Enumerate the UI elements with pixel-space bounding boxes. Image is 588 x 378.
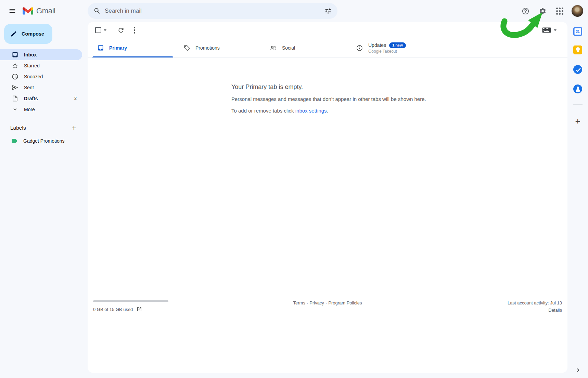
calendar-icon: 31 <box>573 27 582 36</box>
sidebar-item-inbox[interactable]: Inbox <box>0 49 82 60</box>
topbar-left: Gmail <box>5 0 55 22</box>
refresh-button[interactable] <box>114 23 128 37</box>
labels-header: Labels + <box>0 122 88 133</box>
social-people-icon <box>270 44 277 52</box>
promotions-tag-icon <box>183 44 190 51</box>
get-addons-button[interactable]: + <box>572 115 584 127</box>
help-button[interactable] <box>518 3 533 18</box>
hamburger-icon <box>9 7 16 15</box>
empty-state: Your Primary tab is empty. Personal mess… <box>231 83 426 114</box>
new-count-badge: 1 new <box>389 42 406 48</box>
select-all-control <box>94 26 108 35</box>
side-panel-divider <box>573 104 583 105</box>
collapse-panel-button[interactable] <box>572 365 583 376</box>
list-toolbar <box>88 22 567 38</box>
sidebar-item-label: Snoozed <box>24 74 43 79</box>
calendar-panel-button[interactable]: 31 <box>572 25 584 38</box>
inbox-settings-link[interactable]: inbox settings <box>295 108 327 114</box>
tasks-icon <box>573 65 582 74</box>
search-button[interactable] <box>90 3 105 18</box>
create-label-button[interactable]: + <box>68 122 79 133</box>
tune-icon <box>324 8 332 15</box>
top-bar: Gmail <box>0 0 588 22</box>
refresh-icon <box>117 27 125 34</box>
program-policies-link[interactable]: Program Policies <box>328 300 362 305</box>
search-bar <box>88 3 337 19</box>
keep-panel-button[interactable] <box>572 44 584 56</box>
search-icon <box>93 7 101 15</box>
compose-pencil-icon <box>10 30 17 37</box>
help-icon <box>522 7 529 15</box>
labels-title: Labels <box>10 125 26 131</box>
tasks-panel-button[interactable] <box>572 63 584 76</box>
gmail-wordmark: Gmail <box>36 6 55 15</box>
keep-icon <box>573 45 582 54</box>
search-input[interactable] <box>105 8 320 14</box>
sidebar-item-label: Inbox <box>24 52 37 57</box>
input-tools-dropdown-icon <box>554 29 557 31</box>
privacy-link[interactable]: Privacy <box>309 300 324 305</box>
keyboard-icon <box>542 27 551 33</box>
hamburger-menu-button[interactable] <box>5 3 20 18</box>
tab-subtitle: Google Takeout <box>368 49 406 54</box>
compose-label: Compose <box>22 31 44 37</box>
sidebar-item-label: More <box>24 107 35 112</box>
input-tools-button[interactable] <box>540 25 559 35</box>
select-dropdown-icon[interactable] <box>104 29 106 31</box>
contacts-panel-button[interactable] <box>572 83 584 95</box>
tab-primary[interactable]: Primary <box>90 38 177 57</box>
gmail-m-icon <box>23 7 33 15</box>
sidebar-item-sent[interactable]: Sent <box>0 82 82 93</box>
empty-state-title: Your Primary tab is empty. <box>231 83 426 91</box>
storage-usage-text: 0 GB of 15 GB used <box>93 307 133 312</box>
updates-info-icon <box>356 44 363 52</box>
footer-links: Terms·Privacy·Program Policies <box>88 300 567 305</box>
separator: · <box>307 300 308 305</box>
account-activity: Last account activity: Jul 13 Details <box>508 300 562 313</box>
account-avatar[interactable] <box>571 5 584 17</box>
send-icon <box>12 84 18 91</box>
tab-social[interactable]: Social <box>263 38 349 57</box>
mail-content-card: Primary Promotions Social Updates 1 new <box>88 22 567 373</box>
right-side-panel: 31 + <box>567 22 588 378</box>
select-all-checkbox[interactable] <box>95 27 101 33</box>
settings-button[interactable] <box>535 3 550 18</box>
apps-grid-icon <box>556 8 563 15</box>
terms-link[interactable]: Terms <box>293 300 305 305</box>
tab-updates[interactable]: Updates 1 new Google Takeout <box>349 38 435 57</box>
chevron-down-icon <box>12 106 18 113</box>
left-sidebar: Compose Inbox Starred Snoozed Sent <box>0 22 88 378</box>
sidebar-item-label: Drafts <box>24 96 38 101</box>
more-options-button[interactable] <box>128 23 141 37</box>
sidebar-label-gadget-promotions[interactable]: Gadget Promotions <box>0 135 82 146</box>
sidebar-item-count: 2 <box>74 96 82 101</box>
google-apps-button[interactable] <box>552 3 567 18</box>
tab-label: Primary <box>109 45 127 51</box>
tab-promotions[interactable]: Promotions <box>177 38 263 57</box>
open-in-new-icon[interactable] <box>137 307 142 312</box>
sidebar-item-drafts[interactable]: Drafts 2 <box>0 93 82 104</box>
sidebar-item-more[interactable]: More <box>0 104 82 115</box>
tabs-bar: Primary Promotions Social Updates 1 new <box>88 38 567 58</box>
more-vert-icon <box>134 27 135 34</box>
details-link[interactable]: Details <box>508 308 562 313</box>
tab-label: Promotions <box>195 45 220 51</box>
settings-gear-icon <box>539 7 547 15</box>
sidebar-item-label: Sent <box>24 85 34 90</box>
cta-suffix: . <box>327 108 328 114</box>
star-icon <box>12 62 18 69</box>
gmail-logo[interactable]: Gmail <box>22 6 55 15</box>
chevron-right-icon <box>575 367 580 373</box>
file-icon <box>12 95 18 102</box>
primary-tab-icon <box>97 44 104 51</box>
search-options-button[interactable] <box>320 3 335 18</box>
label-tag-icon <box>11 138 18 144</box>
compose-button[interactable]: Compose <box>4 24 52 44</box>
sidebar-item-starred[interactable]: Starred <box>0 60 82 71</box>
last-activity-text: Last account activity: Jul 13 <box>508 300 562 305</box>
sidebar-item-snoozed[interactable]: Snoozed <box>0 71 82 82</box>
label-name: Gadget Promotions <box>23 138 65 144</box>
empty-state-cta: To add or remove tabs click inbox settin… <box>231 108 426 114</box>
separator: · <box>325 300 327 305</box>
tab-label: Social <box>282 45 295 51</box>
